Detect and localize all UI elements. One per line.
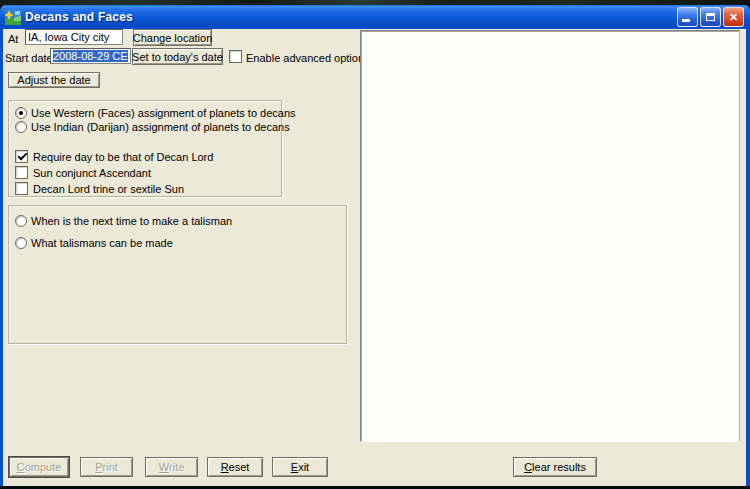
client-area: At IA, Iowa City city Change location St… (3, 29, 746, 481)
require-decan-lord-day-checkbox[interactable] (15, 150, 28, 163)
radio-western-faces[interactable] (15, 107, 27, 119)
window-controls: ✕ (677, 7, 744, 27)
radio-what-talismans-label: What talismans can be made (31, 237, 173, 249)
print-button[interactable]: Print (80, 457, 133, 477)
close-icon: ✕ (729, 12, 738, 23)
exit-button[interactable]: Exit (272, 457, 328, 477)
minimize-button[interactable] (677, 7, 698, 27)
location-input[interactable]: IA, Iowa City city (25, 29, 123, 45)
maximize-button[interactable] (700, 7, 721, 27)
radio-next-time-talisman[interactable] (15, 215, 27, 227)
enable-advanced-checkbox[interactable] (229, 50, 242, 63)
start-date-label: Start date (5, 52, 53, 64)
radio-next-time-talisman-label: When is the next time to make a talisman (31, 215, 232, 227)
titlebar[interactable]: Decans and Faces ✕ (0, 5, 750, 29)
start-date-input[interactable]: 2008-08-29 CE (50, 48, 131, 64)
minimize-icon (682, 19, 690, 22)
decan-lord-trine-sextile-label: Decan Lord trine or sextile Sun (33, 183, 184, 195)
assignment-groupbox: Use Western (Faces) assignment of planet… (8, 100, 282, 197)
adjust-date-button[interactable]: Adjust the date (8, 72, 100, 88)
write-button[interactable]: Write (145, 457, 198, 477)
maximize-icon (706, 13, 715, 21)
sun-conjunct-ascendant-label: Sun conjunct Ascendant (33, 167, 151, 179)
at-label: At (8, 33, 18, 45)
app-icon (5, 9, 21, 25)
radio-indian-darijan[interactable] (15, 121, 27, 133)
sun-conjunct-ascendant-checkbox[interactable] (15, 166, 28, 179)
radio-indian-darijan-label: Use Indian (Darijan) assignment of plane… (31, 121, 290, 133)
results-panel[interactable] (360, 30, 740, 442)
app-window: Decans and Faces ✕ At IA, Iowa City city… (0, 5, 750, 486)
set-today-button[interactable]: Set to today's date (132, 48, 223, 65)
reset-button[interactable]: Reset (207, 457, 263, 477)
location-value: IA, Iowa City city (28, 31, 109, 43)
radio-what-talismans[interactable] (15, 237, 27, 249)
close-button[interactable]: ✕ (723, 7, 744, 27)
window-title: Decans and Faces (25, 10, 677, 24)
compute-button[interactable]: Compute (9, 457, 69, 477)
radio-western-faces-label: Use Western (Faces) assignment of planet… (31, 107, 296, 119)
talisman-groupbox: When is the next time to make a talisman… (8, 205, 347, 344)
start-date-value: 2008-08-29 CE (53, 50, 128, 62)
clear-results-button[interactable]: Clear results (513, 457, 597, 477)
enable-advanced-label: Enable advanced options (246, 52, 370, 64)
require-decan-lord-day-label: Require day to be that of Decan Lord (33, 151, 213, 163)
change-location-button[interactable]: Change location (133, 29, 212, 46)
decan-lord-trine-sextile-checkbox[interactable] (15, 182, 28, 195)
